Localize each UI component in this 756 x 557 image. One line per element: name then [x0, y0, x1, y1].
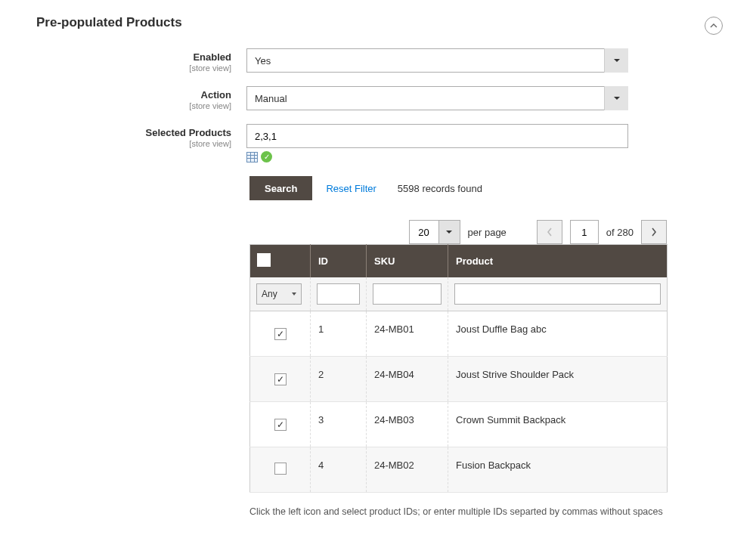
- enabled-label: Enabled: [193, 51, 231, 63]
- col-product-header[interactable]: Product: [448, 245, 668, 278]
- field-enabled: Enabled [store view] Yes: [36, 48, 720, 73]
- table-row: 1 24-MB01 Joust Duffle Bag abc: [250, 311, 668, 357]
- next-page-button[interactable]: [641, 220, 667, 244]
- reset-filter-link[interactable]: Reset Filter: [326, 183, 376, 194]
- cell-id: 1: [311, 311, 367, 357]
- cell-sku: 24-MB03: [367, 402, 448, 447]
- row-checkbox[interactable]: [274, 328, 287, 340]
- chevron-left-icon: [547, 227, 553, 237]
- filter-sku-input[interactable]: [373, 283, 442, 305]
- selected-scope: [store view]: [36, 139, 231, 148]
- enabled-select[interactable]: Yes: [246, 48, 628, 73]
- collapse-section-button[interactable]: [705, 17, 723, 35]
- row-checkbox[interactable]: [274, 463, 287, 475]
- cell-sku: 24-MB01: [367, 311, 448, 357]
- of-pages-label: of 280: [606, 227, 634, 238]
- cell-sku: 24-MB02: [367, 447, 448, 493]
- current-page-input[interactable]: [570, 220, 599, 244]
- chevron-down-icon: [604, 48, 628, 73]
- row-checkbox[interactable]: [274, 419, 287, 431]
- table-row: 3 24-MB03 Crown Summit Backpack: [250, 402, 668, 447]
- section-title: Pre-populated Products: [36, 15, 182, 30]
- col-checkbox-header: [250, 245, 311, 278]
- filter-checkbox-select[interactable]: Any: [256, 283, 302, 305]
- page-size-dropdown-button[interactable]: [439, 220, 460, 244]
- cell-id: 2: [311, 357, 367, 402]
- products-table: ID SKU Product Any 1 24-MB01 Joust Duffl…: [249, 244, 668, 493]
- prev-page-button[interactable]: [537, 220, 562, 244]
- cell-sku: 24-MB04: [367, 357, 448, 402]
- action-select[interactable]: Manual: [246, 86, 628, 110]
- action-scope: [store view]: [36, 101, 231, 110]
- row-checkbox[interactable]: [274, 373, 287, 385]
- cell-id: 3: [311, 402, 367, 447]
- field-selected-products: Selected Products [store view] ✓: [36, 124, 720, 162]
- cell-id: 4: [311, 447, 367, 493]
- chevron-down-icon: [604, 86, 628, 110]
- page-size-input[interactable]: [409, 220, 439, 244]
- enabled-value: Yes: [255, 55, 271, 67]
- select-all-checkbox[interactable]: [258, 254, 270, 266]
- cell-product: Crown Summit Backpack: [448, 402, 668, 447]
- field-action: Action [store view] Manual: [36, 86, 720, 110]
- check-circle-icon: ✓: [261, 151, 272, 162]
- grid-picker-icon[interactable]: [246, 152, 258, 162]
- cell-product: Fusion Backpack: [448, 447, 668, 493]
- chevron-right-icon: [651, 227, 657, 237]
- table-row: 2 24-MB04 Joust Strive Shoulder Pack: [250, 357, 668, 402]
- search-button[interactable]: Search: [249, 176, 312, 200]
- col-sku-header[interactable]: SKU: [367, 245, 448, 278]
- action-value: Manual: [255, 93, 287, 104]
- per-page-label: per page: [468, 227, 507, 238]
- cell-product: Joust Strive Shoulder Pack: [448, 357, 668, 402]
- records-found-label: 5598 records found: [398, 183, 482, 194]
- filter-id-input[interactable]: [317, 283, 360, 305]
- filter-row: Any: [250, 277, 668, 311]
- table-row: 4 24-MB02 Fusion Backpack: [250, 447, 668, 493]
- chevron-up-icon: [710, 23, 717, 28]
- action-label: Action: [201, 89, 231, 101]
- filter-product-input[interactable]: [454, 283, 661, 305]
- selected-products-input[interactable]: [246, 124, 628, 148]
- selected-label: Selected Products: [146, 127, 231, 138]
- cell-product: Joust Duffle Bag abc: [448, 311, 668, 357]
- col-id-header[interactable]: ID: [311, 245, 367, 278]
- enabled-scope: [store view]: [36, 63, 231, 73]
- help-text: Click the left icon and select product I…: [249, 506, 711, 517]
